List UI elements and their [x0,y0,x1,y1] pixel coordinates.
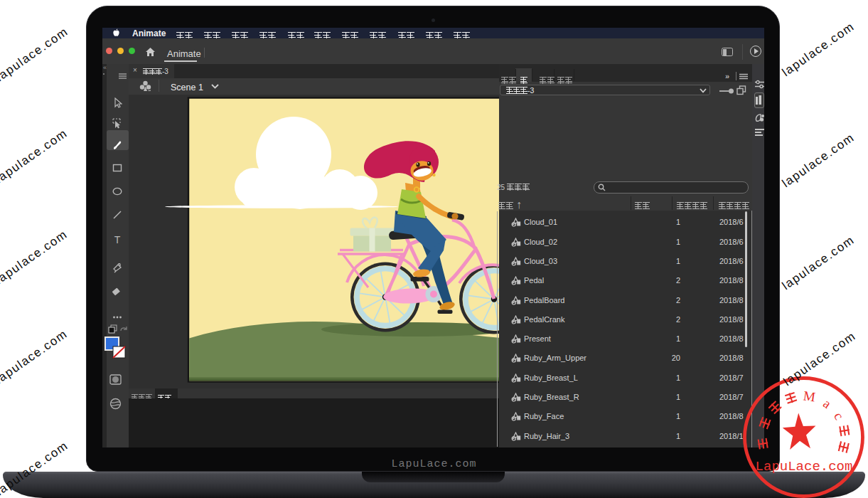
svg-text:M: M [803,388,817,405]
svg-text:c: c [831,410,847,423]
svg-text:a: a [820,396,834,411]
svg-text:LapuLace.com: LapuLace.com [756,459,853,475]
svg-text:T: T [114,235,121,245]
